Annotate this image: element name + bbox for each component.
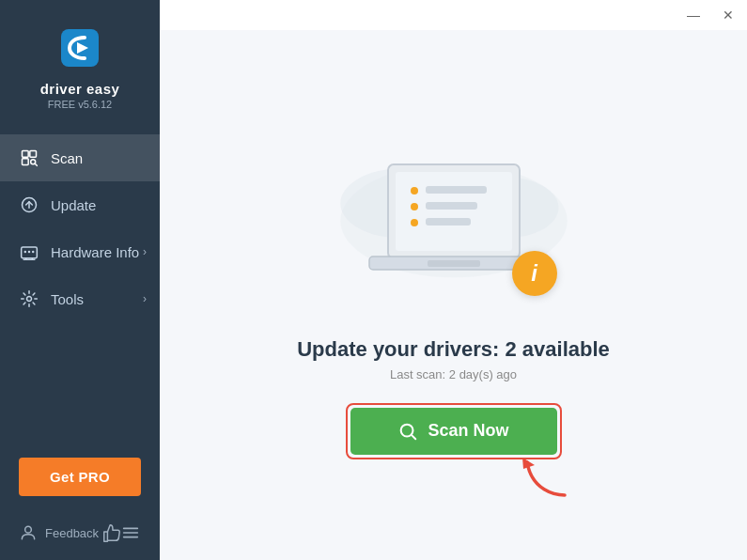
svg-point-25 bbox=[411, 187, 418, 194]
hardware-info-chevron: › bbox=[143, 245, 147, 258]
svg-rect-1 bbox=[23, 151, 29, 158]
tools-chevron: › bbox=[143, 292, 147, 305]
sidebar-footer: Feedback bbox=[0, 511, 160, 560]
scan-label: Scan bbox=[51, 150, 83, 166]
info-badge: i bbox=[512, 251, 557, 296]
thumbs-up-icon[interactable] bbox=[101, 522, 122, 543]
svg-rect-24 bbox=[396, 172, 512, 251]
svg-rect-30 bbox=[426, 218, 471, 226]
app-version: FREE v5.6.12 bbox=[48, 99, 112, 110]
scan-btn-wrapper: Scan Now bbox=[350, 408, 557, 455]
sidebar-item-tools[interactable]: Tools › bbox=[0, 275, 160, 322]
tools-icon bbox=[19, 288, 39, 309]
minimize-button[interactable]: — bbox=[681, 6, 706, 24]
svg-rect-3 bbox=[23, 159, 29, 165]
tools-label: Tools bbox=[51, 291, 84, 307]
arrow-indicator bbox=[518, 448, 574, 504]
scan-icon bbox=[19, 148, 39, 168]
svg-rect-29 bbox=[426, 202, 477, 210]
app-name: driver easy bbox=[40, 81, 120, 97]
sidebar-item-scan[interactable]: Scan bbox=[0, 134, 160, 181]
svg-point-27 bbox=[411, 219, 418, 226]
sidebar-item-hardware-info[interactable]: Hardware Info › bbox=[0, 228, 160, 275]
svg-point-26 bbox=[411, 203, 418, 210]
hardware-info-label: Hardware Info bbox=[51, 244, 139, 260]
update-label: Update bbox=[51, 197, 96, 213]
app-logo-icon bbox=[54, 23, 105, 73]
feedback-button[interactable]: Feedback bbox=[19, 523, 99, 542]
update-icon bbox=[19, 194, 39, 215]
svg-rect-32 bbox=[428, 260, 480, 267]
feedback-label: Feedback bbox=[45, 526, 99, 540]
feedback-icon bbox=[19, 523, 38, 542]
svg-point-12 bbox=[24, 251, 27, 254]
main-subtitle: Last scan: 2 day(s) ago bbox=[390, 367, 517, 381]
list-icon[interactable] bbox=[120, 522, 141, 543]
svg-point-13 bbox=[28, 251, 31, 254]
svg-line-34 bbox=[412, 435, 416, 439]
hardware-info-icon bbox=[19, 241, 39, 262]
info-badge-symbol: i bbox=[531, 262, 537, 285]
sidebar-item-update[interactable]: Update bbox=[0, 181, 160, 228]
scan-now-label: Scan Now bbox=[428, 421, 508, 441]
main-title: Update your drivers: 2 available bbox=[297, 337, 610, 362]
main-content: i Update your drivers: 2 available Last … bbox=[160, 0, 747, 560]
hero-illustration: i bbox=[322, 136, 585, 315]
close-button[interactable]: ✕ bbox=[717, 6, 739, 24]
svg-rect-28 bbox=[426, 186, 487, 194]
nav-menu: Scan Update bbox=[0, 134, 160, 458]
title-bar: — ✕ bbox=[160, 0, 747, 30]
logo-area: driver easy FREE v5.6.12 bbox=[0, 0, 160, 127]
get-pro-button[interactable]: Get PRO bbox=[19, 458, 141, 496]
sidebar: driver easy FREE v5.6.12 Scan bbox=[0, 0, 160, 560]
svg-point-14 bbox=[32, 251, 35, 254]
svg-line-5 bbox=[35, 163, 37, 165]
search-icon bbox=[397, 421, 418, 442]
svg-point-15 bbox=[27, 297, 32, 302]
svg-point-16 bbox=[25, 526, 32, 533]
svg-rect-2 bbox=[30, 151, 37, 158]
